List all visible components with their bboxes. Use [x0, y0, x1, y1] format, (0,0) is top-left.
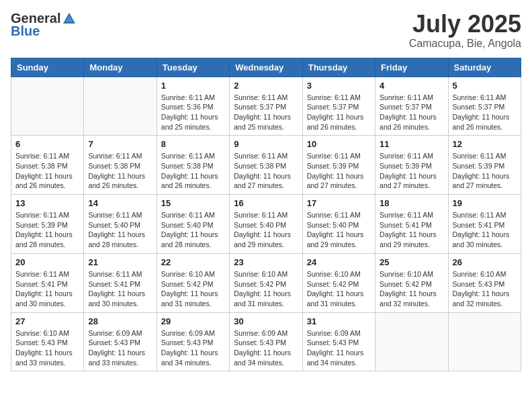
calendar-cell: 13Sunrise: 6:11 AMSunset: 5:39 PMDayligh…: [11, 195, 84, 254]
calendar-cell: 10Sunrise: 6:11 AMSunset: 5:39 PMDayligh…: [302, 136, 375, 195]
logo: General Blue: [11, 11, 77, 39]
day-number: 10: [307, 139, 371, 149]
day-number: 15: [161, 198, 225, 208]
cell-info: Sunrise: 6:11 AMSunset: 5:40 PMDaylight:…: [88, 210, 152, 250]
calendar-cell: 25Sunrise: 6:10 AMSunset: 5:42 PMDayligh…: [375, 253, 448, 312]
cell-info: Sunrise: 6:11 AMSunset: 5:37 PMDaylight:…: [453, 93, 517, 132]
day-number: 13: [15, 198, 79, 208]
weekday-header-row: SundayMondayTuesdayWednesdayThursdayFrid…: [11, 58, 521, 77]
cell-info: Sunrise: 6:09 AMSunset: 5:43 PMDaylight:…: [88, 328, 152, 368]
calendar-cell: 6Sunrise: 6:11 AMSunset: 5:38 PMDaylight…: [11, 136, 84, 195]
calendar-cell: 4Sunrise: 6:11 AMSunset: 5:37 PMDaylight…: [375, 77, 448, 136]
cell-info: Sunrise: 6:11 AMSunset: 5:39 PMDaylight:…: [380, 151, 443, 191]
cell-info: Sunrise: 6:11 AMSunset: 5:41 PMDaylight:…: [380, 210, 443, 250]
calendar-cell: 9Sunrise: 6:11 AMSunset: 5:38 PMDaylight…: [230, 136, 302, 195]
calendar-cell: 15Sunrise: 6:11 AMSunset: 5:40 PMDayligh…: [157, 195, 229, 254]
day-number: 11: [380, 139, 443, 149]
weekday-header: Tuesday: [157, 58, 229, 77]
calendar-cell: 30Sunrise: 6:09 AMSunset: 5:43 PMDayligh…: [230, 312, 302, 371]
location-subtitle: Camacupa, Bie, Angola: [409, 38, 521, 50]
day-number: 21: [88, 257, 152, 267]
weekday-header: Sunday: [11, 58, 84, 77]
day-number: 17: [307, 198, 371, 208]
calendar-cell: 19Sunrise: 6:11 AMSunset: 5:41 PMDayligh…: [448, 195, 521, 254]
calendar-week-row: 27Sunrise: 6:10 AMSunset: 5:43 PMDayligh…: [11, 312, 521, 371]
cell-info: Sunrise: 6:11 AMSunset: 5:41 PMDaylight:…: [88, 269, 152, 309]
calendar-cell: 8Sunrise: 6:11 AMSunset: 5:38 PMDaylight…: [157, 136, 229, 195]
calendar-cell: 3Sunrise: 6:11 AMSunset: 5:37 PMDaylight…: [302, 77, 375, 136]
cell-info: Sunrise: 6:11 AMSunset: 5:38 PMDaylight:…: [88, 151, 152, 191]
weekday-header: Monday: [84, 58, 157, 77]
calendar-week-row: 20Sunrise: 6:11 AMSunset: 5:41 PMDayligh…: [11, 253, 521, 312]
cell-info: Sunrise: 6:10 AMSunset: 5:43 PMDaylight:…: [15, 328, 79, 368]
day-number: 19: [453, 198, 517, 208]
calendar-week-row: 13Sunrise: 6:11 AMSunset: 5:39 PMDayligh…: [11, 195, 521, 254]
cell-info: Sunrise: 6:11 AMSunset: 5:41 PMDaylight:…: [15, 269, 79, 309]
logo-icon: [62, 11, 77, 26]
month-title: July 2025: [409, 11, 521, 38]
calendar-cell: 5Sunrise: 6:11 AMSunset: 5:37 PMDaylight…: [448, 77, 521, 136]
calendar-cell: 28Sunrise: 6:09 AMSunset: 5:43 PMDayligh…: [84, 312, 157, 371]
logo-blue-text: Blue: [11, 24, 40, 39]
cell-info: Sunrise: 6:10 AMSunset: 5:43 PMDaylight:…: [453, 269, 517, 309]
day-number: 3: [307, 81, 371, 91]
day-number: 27: [15, 316, 79, 326]
calendar-cell: [11, 77, 84, 136]
calendar-cell: 29Sunrise: 6:09 AMSunset: 5:43 PMDayligh…: [157, 312, 229, 371]
day-number: 16: [234, 198, 298, 208]
cell-info: Sunrise: 6:11 AMSunset: 5:38 PMDaylight:…: [15, 151, 79, 191]
cell-info: Sunrise: 6:11 AMSunset: 5:37 PMDaylight:…: [234, 93, 298, 132]
cell-info: Sunrise: 6:11 AMSunset: 5:40 PMDaylight:…: [161, 210, 225, 250]
day-number: 22: [161, 257, 225, 267]
calendar-cell: 22Sunrise: 6:10 AMSunset: 5:42 PMDayligh…: [157, 253, 229, 312]
cell-info: Sunrise: 6:11 AMSunset: 5:38 PMDaylight:…: [234, 151, 298, 191]
day-number: 26: [453, 257, 517, 267]
calendar-cell: 24Sunrise: 6:10 AMSunset: 5:42 PMDayligh…: [302, 253, 375, 312]
cell-info: Sunrise: 6:11 AMSunset: 5:37 PMDaylight:…: [307, 93, 371, 132]
page-header: General Blue July 2025 Camacupa, Bie, An…: [11, 11, 521, 50]
day-number: 5: [453, 81, 517, 91]
calendar-cell: 31Sunrise: 6:09 AMSunset: 5:43 PMDayligh…: [302, 312, 375, 371]
day-number: 6: [15, 139, 79, 149]
cell-info: Sunrise: 6:09 AMSunset: 5:43 PMDaylight:…: [307, 328, 371, 368]
calendar-cell: 26Sunrise: 6:10 AMSunset: 5:43 PMDayligh…: [448, 253, 521, 312]
day-number: 24: [307, 257, 371, 267]
day-number: 14: [88, 198, 152, 208]
day-number: 25: [380, 257, 443, 267]
cell-info: Sunrise: 6:10 AMSunset: 5:42 PMDaylight:…: [234, 269, 298, 309]
cell-info: Sunrise: 6:11 AMSunset: 5:38 PMDaylight:…: [161, 151, 225, 191]
weekday-header: Friday: [375, 58, 448, 77]
cell-info: Sunrise: 6:11 AMSunset: 5:39 PMDaylight:…: [307, 151, 371, 191]
day-number: 31: [307, 316, 371, 326]
cell-info: Sunrise: 6:11 AMSunset: 5:40 PMDaylight:…: [307, 210, 371, 250]
calendar-cell: [84, 77, 157, 136]
calendar-cell: 20Sunrise: 6:11 AMSunset: 5:41 PMDayligh…: [11, 253, 84, 312]
cell-info: Sunrise: 6:11 AMSunset: 5:41 PMDaylight:…: [453, 210, 517, 250]
weekday-header: Saturday: [448, 58, 521, 77]
day-number: 7: [88, 139, 152, 149]
calendar-cell: 12Sunrise: 6:11 AMSunset: 5:39 PMDayligh…: [448, 136, 521, 195]
calendar-cell: 18Sunrise: 6:11 AMSunset: 5:41 PMDayligh…: [375, 195, 448, 254]
cell-info: Sunrise: 6:11 AMSunset: 5:36 PMDaylight:…: [161, 93, 225, 132]
day-number: 12: [453, 139, 517, 149]
cell-info: Sunrise: 6:11 AMSunset: 5:39 PMDaylight:…: [453, 151, 517, 191]
calendar-week-row: 6Sunrise: 6:11 AMSunset: 5:38 PMDaylight…: [11, 136, 521, 195]
cell-info: Sunrise: 6:11 AMSunset: 5:37 PMDaylight:…: [380, 93, 443, 132]
calendar-week-row: 1Sunrise: 6:11 AMSunset: 5:36 PMDaylight…: [11, 77, 521, 136]
calendar-table: SundayMondayTuesdayWednesdayThursdayFrid…: [11, 58, 521, 372]
calendar-cell: 27Sunrise: 6:10 AMSunset: 5:43 PMDayligh…: [11, 312, 84, 371]
cell-info: Sunrise: 6:09 AMSunset: 5:43 PMDaylight:…: [234, 328, 298, 368]
calendar-cell: 7Sunrise: 6:11 AMSunset: 5:38 PMDaylight…: [84, 136, 157, 195]
cell-info: Sunrise: 6:11 AMSunset: 5:40 PMDaylight:…: [234, 210, 298, 250]
calendar-cell: 17Sunrise: 6:11 AMSunset: 5:40 PMDayligh…: [302, 195, 375, 254]
calendar-cell: 14Sunrise: 6:11 AMSunset: 5:40 PMDayligh…: [84, 195, 157, 254]
day-number: 30: [234, 316, 298, 326]
day-number: 4: [380, 81, 443, 91]
day-number: 29: [161, 316, 225, 326]
day-number: 20: [15, 257, 79, 267]
day-number: 28: [88, 316, 152, 326]
day-number: 23: [234, 257, 298, 267]
cell-info: Sunrise: 6:10 AMSunset: 5:42 PMDaylight:…: [307, 269, 371, 309]
cell-info: Sunrise: 6:10 AMSunset: 5:42 PMDaylight:…: [380, 269, 443, 309]
day-number: 8: [161, 139, 225, 149]
